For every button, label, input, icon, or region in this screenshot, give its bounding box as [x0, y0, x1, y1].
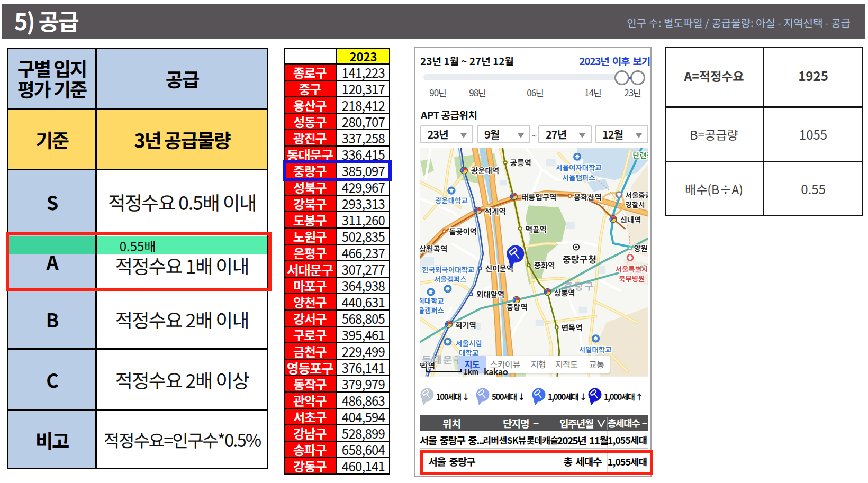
svg-text:신내역: 신내역: [620, 214, 641, 225]
svg-text:중랑역: 중랑역: [506, 301, 527, 312]
svg-text:중화역: 중화역: [534, 259, 555, 270]
svg-text:회기역: 회기역: [455, 319, 476, 330]
svg-text:경찰서: 경찰서: [625, 199, 645, 209]
svg-text:광운대역: 광운대역: [471, 165, 499, 176]
svg-text:먹골역: 먹골역: [525, 223, 546, 234]
svg-text:서울캠퍼스: 서울캠퍼스: [433, 274, 466, 284]
svg-text:신이문역: 신이문역: [485, 262, 513, 274]
svg-text:봉화산역: 봉화산역: [573, 191, 601, 202]
svg-text:공릉역: 공릉역: [510, 157, 531, 168]
svg-text:서일대학교: 서일대학교: [578, 344, 611, 354]
svg-text:서울여자대학교: 서울여자대학교: [556, 162, 602, 172]
svg-text:돌곶이역: 돌곶이역: [448, 225, 476, 236]
svg-text:면목역: 면목역: [561, 322, 582, 333]
svg-text:양원역: 양원역: [634, 242, 648, 253]
svg-text:단련장: 단련장: [632, 150, 648, 160]
svg-text:서울캠퍼스: 서울캠퍼스: [420, 305, 444, 315]
svg-text:중랑구: 중랑구: [564, 279, 595, 293]
svg-text:광운대학교: 광운대학교: [435, 195, 467, 205]
svg-text:상월곡역: 상월곡역: [420, 243, 447, 254]
svg-text:태릉입구역: 태릉입구역: [521, 191, 556, 202]
svg-text:중랑구청: 중랑구청: [562, 252, 596, 266]
svg-text:외대앞역: 외대앞역: [476, 288, 504, 299]
svg-text:동대문구: 동대문구: [421, 352, 464, 366]
svg-text:북부병원: 북부병원: [618, 273, 645, 284]
svg-text:서울캠퍼스: 서울캠퍼스: [562, 172, 595, 183]
svg-text:석계역: 석계역: [484, 205, 505, 216]
